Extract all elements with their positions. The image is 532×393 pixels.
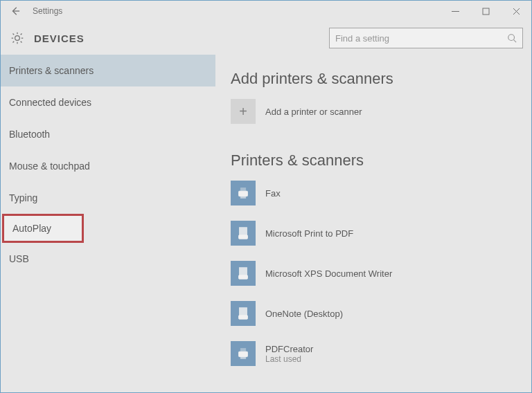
svg-point-1	[508, 35, 515, 41]
device-name: OneNote (Desktop)	[265, 309, 343, 319]
device-item-onenote[interactable]: OneNote (Desktop)	[231, 301, 519, 326]
sidebar: Printers & scanners Connected devices Bl…	[1, 55, 215, 392]
sidebar-item-label: Printers & scanners	[9, 65, 94, 76]
sidebar-item-label: Typing	[9, 192, 37, 203]
close-button[interactable]	[501, 1, 531, 21]
device-item-fax[interactable]: Fax	[231, 181, 519, 205]
device-name: Fax	[265, 188, 281, 199]
sidebar-item-usb[interactable]: USB	[1, 243, 215, 275]
maximize-button[interactable]	[470, 1, 501, 21]
titlebar-left: Settings	[8, 3, 62, 19]
printer-icon	[231, 341, 256, 366]
device-name: Microsoft Print to PDF	[265, 228, 353, 239]
sidebar-item-label: Mouse & touchpad	[9, 161, 90, 172]
section-add-title: Add printers & scanners	[231, 70, 519, 88]
sidebar-item-mouse-touchpad[interactable]: Mouse & touchpad	[1, 150, 215, 182]
section-list-title: Printers & scanners	[231, 152, 519, 170]
printer-icon	[231, 181, 256, 205]
file-printer-icon	[231, 301, 256, 326]
window-controls	[440, 1, 531, 21]
device-item-print-to-pdf[interactable]: Microsoft Print to PDF	[231, 221, 519, 246]
sidebar-item-autoplay[interactable]: AutoPlay	[2, 214, 84, 243]
device-text: PDFCreator Last used	[265, 344, 313, 364]
file-printer-icon	[231, 221, 256, 246]
sidebar-item-label: USB	[9, 253, 29, 264]
maximize-icon	[482, 8, 490, 15]
sidebar-item-label: Bluetooth	[9, 129, 50, 140]
device-name: Microsoft XPS Document Writer	[265, 268, 392, 279]
add-printer-row[interactable]: + Add a printer or scanner	[231, 99, 519, 124]
sidebar-item-label: Connected devices	[9, 97, 91, 108]
page-title: DEVICES	[34, 33, 85, 44]
svg-rect-6	[239, 235, 248, 239]
close-icon	[513, 8, 520, 15]
svg-rect-0	[483, 8, 489, 15]
search-box[interactable]	[329, 28, 523, 48]
device-text: OneNote (Desktop)	[265, 309, 343, 319]
add-printer-label: Add a printer or scanner	[265, 107, 362, 117]
device-name: PDFCreator	[265, 344, 313, 354]
sidebar-item-printers-scanners[interactable]: Printers & scanners	[1, 55, 215, 86]
file-printer-icon	[231, 261, 256, 286]
svg-rect-4	[240, 194, 245, 199]
header-left: DEVICES	[10, 31, 85, 45]
sidebar-item-connected-devices[interactable]: Connected devices	[1, 86, 215, 118]
device-item-pdfcreator[interactable]: PDFCreator Last used	[231, 341, 519, 366]
device-text: Microsoft Print to PDF	[265, 228, 353, 239]
gear-icon	[10, 31, 24, 45]
sidebar-item-bluetooth[interactable]: Bluetooth	[1, 118, 215, 150]
settings-window: Settings DEVICES	[0, 0, 532, 393]
minimize-button[interactable]	[440, 1, 470, 21]
device-text: Microsoft XPS Document Writer	[265, 268, 392, 279]
minimize-icon	[452, 8, 459, 15]
device-list: Fax Microsoft Print to PDF	[231, 181, 519, 366]
back-button[interactable]	[8, 3, 23, 19]
body: Printers & scanners Connected devices Bl…	[1, 55, 531, 392]
titlebar: Settings	[1, 1, 531, 21]
device-text: Fax	[265, 188, 281, 199]
content: Add printers & scanners + Add a printer …	[215, 55, 531, 392]
sidebar-item-typing[interactable]: Typing	[1, 182, 215, 214]
arrow-left-icon	[10, 6, 20, 16]
svg-rect-8	[239, 275, 248, 280]
device-item-xps-writer[interactable]: Microsoft XPS Document Writer	[231, 261, 519, 286]
header-row: DEVICES	[1, 21, 531, 55]
window-title: Settings	[33, 6, 62, 16]
svg-rect-12	[240, 349, 245, 352]
plus-icon: +	[231, 99, 256, 124]
search-input[interactable]	[335, 33, 507, 44]
device-subtext: Last used	[265, 354, 313, 364]
svg-rect-3	[240, 188, 245, 192]
svg-rect-10	[239, 316, 248, 320]
search-icon	[507, 33, 517, 43]
svg-rect-13	[240, 355, 245, 359]
sidebar-item-label: AutoPlay	[12, 223, 51, 234]
